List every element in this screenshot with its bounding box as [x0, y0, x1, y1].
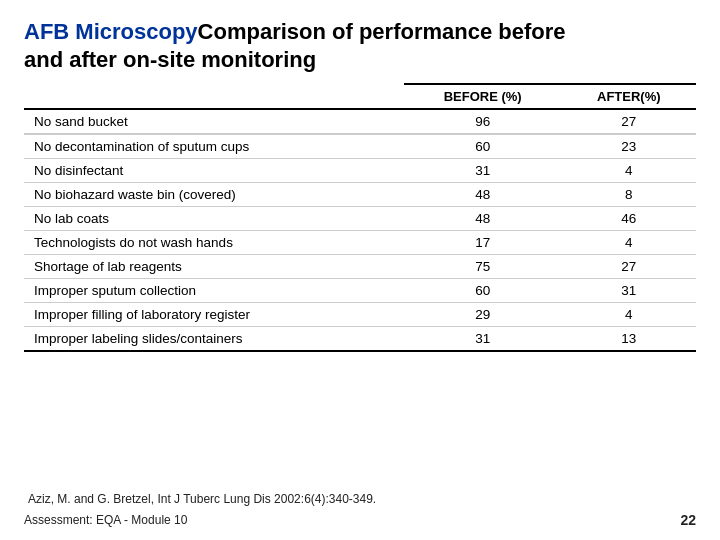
row-before: 29: [404, 303, 562, 327]
data-table: BEFORE (%) AFTER(%) No sand bucket9627No…: [24, 83, 696, 352]
col-header-after: AFTER(%): [562, 84, 696, 109]
table-row: No lab coats4846: [24, 207, 696, 231]
row-after: 23: [562, 134, 696, 159]
table-row: Technologists do not wash hands174: [24, 231, 696, 255]
title-afb: AFB Microscopy: [24, 19, 198, 44]
table-row: No disinfectant314: [24, 159, 696, 183]
table-header-row: BEFORE (%) AFTER(%): [24, 84, 696, 109]
title-line-1: AFB MicroscopyComparison of performance …: [24, 18, 696, 46]
row-after: 4: [562, 159, 696, 183]
col-header-before: BEFORE (%): [404, 84, 562, 109]
row-before: 31: [404, 327, 562, 352]
title-monitoring: monitoring: [201, 47, 316, 72]
row-before: 96: [404, 109, 562, 134]
row-after: 46: [562, 207, 696, 231]
row-before: 17: [404, 231, 562, 255]
row-label: No decontamination of sputum cups: [24, 134, 404, 159]
table-row: Improper labeling slides/containers3113: [24, 327, 696, 352]
row-before: 48: [404, 183, 562, 207]
table-body: No sand bucket9627No decontamination of …: [24, 109, 696, 351]
row-label: No disinfectant: [24, 159, 404, 183]
row-before: 31: [404, 159, 562, 183]
row-label: Technologists do not wash hands: [24, 231, 404, 255]
citation: Aziz, M. and G. Bretzel, Int J Tuberc Lu…: [24, 492, 696, 506]
row-before: 48: [404, 207, 562, 231]
row-after: 27: [562, 109, 696, 134]
row-before: 75: [404, 255, 562, 279]
row-after: 4: [562, 303, 696, 327]
row-label: No biohazard waste bin (covered): [24, 183, 404, 207]
table-row: No decontamination of sputum cups6023: [24, 134, 696, 159]
table-row: No biohazard waste bin (covered)488: [24, 183, 696, 207]
row-after: 8: [562, 183, 696, 207]
row-after: 27: [562, 255, 696, 279]
row-label: Improper filling of laboratory register: [24, 303, 404, 327]
row-after: 31: [562, 279, 696, 303]
page-number: 22: [680, 512, 696, 528]
row-after: 13: [562, 327, 696, 352]
title-line2-prefix: and after on-site: [24, 47, 201, 72]
table-row: No sand bucket9627: [24, 109, 696, 134]
footer-label: Assessment: EQA - Module 10: [24, 513, 187, 527]
row-label: Improper sputum collection: [24, 279, 404, 303]
row-before: 60: [404, 134, 562, 159]
row-label: Improper labeling slides/containers: [24, 327, 404, 352]
table-row: Shortage of lab reagents7527: [24, 255, 696, 279]
title-rest-line1: Comparison of performance before: [198, 19, 566, 44]
table-row: Improper filling of laboratory register2…: [24, 303, 696, 327]
row-after: 4: [562, 231, 696, 255]
footer-bar: Assessment: EQA - Module 10 22: [24, 512, 696, 528]
row-label: Shortage of lab reagents: [24, 255, 404, 279]
table-wrapper: BEFORE (%) AFTER(%) No sand bucket9627No…: [24, 83, 696, 484]
title-line-2: and after on-site monitoring: [24, 46, 696, 74]
col-header-label: [24, 84, 404, 109]
row-label: No sand bucket: [24, 109, 404, 134]
table-row: Improper sputum collection6031: [24, 279, 696, 303]
page-container: AFB MicroscopyComparison of performance …: [0, 0, 720, 540]
row-before: 60: [404, 279, 562, 303]
row-label: No lab coats: [24, 207, 404, 231]
title-block: AFB MicroscopyComparison of performance …: [24, 18, 696, 73]
